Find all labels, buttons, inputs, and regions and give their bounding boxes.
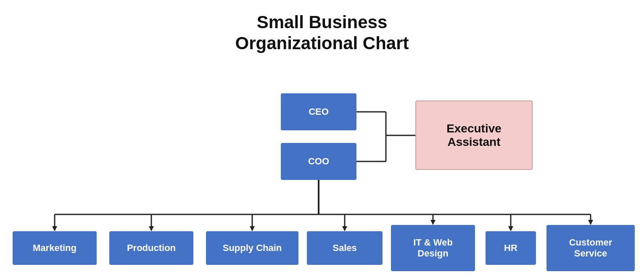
svg-marker-15 <box>430 220 435 225</box>
page-title: Small Business Organizational Chart <box>0 0 644 54</box>
production-box: Production <box>109 231 193 265</box>
coo-box: COO <box>281 143 356 180</box>
ceo-box: CEO <box>281 93 356 130</box>
customer-service-box: Customer Service <box>546 225 635 271</box>
svg-marker-19 <box>588 220 593 225</box>
sales-box: Sales <box>307 231 383 265</box>
hr-box: HR <box>486 231 536 265</box>
marketing-box: Marketing <box>13 231 97 265</box>
svg-marker-9 <box>149 226 154 231</box>
it-web-design-box: IT & Web Design <box>391 225 475 271</box>
svg-marker-17 <box>508 226 513 231</box>
supply-chain-box: Supply Chain <box>206 231 298 265</box>
executive-assistant-box: Executive Assistant <box>415 100 533 170</box>
svg-marker-13 <box>342 226 347 231</box>
svg-marker-11 <box>250 226 255 231</box>
svg-marker-7 <box>52 226 57 231</box>
